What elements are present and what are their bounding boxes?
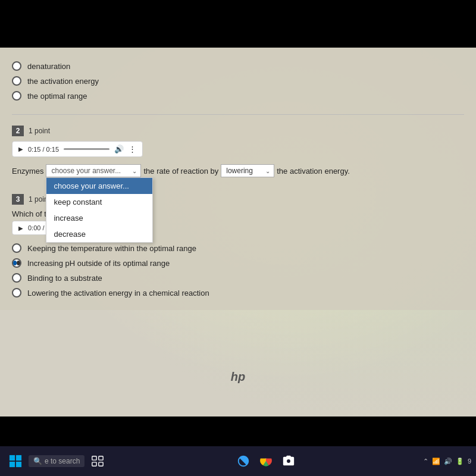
play-button-q2[interactable]: ▶ bbox=[18, 146, 23, 152]
svg-rect-0 bbox=[10, 455, 15, 461]
option-label-activation-energy: the activation energy bbox=[27, 77, 99, 86]
main-content: denaturation the activation energy the o… bbox=[0, 48, 476, 416]
volume-icon-q2[interactable]: 🔊 bbox=[114, 145, 124, 154]
play-button-q3[interactable]: ▶ bbox=[18, 225, 23, 231]
svg-rect-1 bbox=[16, 455, 21, 461]
dropdown2-selected-value: lowering bbox=[226, 167, 253, 175]
q3-option-label-1: Keeping the temperature within the optim… bbox=[27, 244, 196, 253]
video-time-q2: 0:15 / 0:15 bbox=[28, 146, 59, 153]
radio-optimal-range[interactable] bbox=[12, 91, 21, 101]
svg-rect-5 bbox=[99, 456, 103, 460]
radio-q3-opt1[interactable] bbox=[12, 243, 21, 253]
list-item[interactable]: Keeping the temperature within the optim… bbox=[12, 242, 464, 254]
svg-rect-4 bbox=[92, 456, 96, 460]
taskbar: 🔍 e to search bbox=[0, 446, 476, 476]
svg-rect-6 bbox=[92, 462, 96, 466]
dropdown1-selected-value: choose your answer... bbox=[51, 167, 121, 175]
dropdown1-wrapper: choose your answer... ⌄ choose your answ… bbox=[46, 164, 141, 177]
svg-rect-2 bbox=[10, 462, 15, 467]
question-2-block: 2 1 point ▶ 0:15 / 0:15 🔊 ⋮ Enzymes bbox=[12, 120, 464, 186]
radio-activation-energy[interactable] bbox=[12, 76, 21, 86]
dropdown1-menu: choose your answer... keep constant incr… bbox=[46, 177, 153, 243]
volume-icon[interactable]: 🔊 bbox=[444, 458, 452, 465]
dropdown1-trigger[interactable]: choose your answer... ⌄ bbox=[46, 164, 141, 177]
task-view-icon[interactable] bbox=[87, 450, 108, 472]
radio-q3-opt2[interactable] bbox=[12, 258, 21, 268]
chrome-icon[interactable] bbox=[255, 450, 277, 472]
taskbar-right: ⌃ 📶 🔊 🔋 9 bbox=[423, 458, 471, 465]
dropdown1-option-placeholder[interactable]: choose your answer... bbox=[46, 178, 152, 194]
sentence-row-q2: Enzymes choose your answer... ⌄ choose y… bbox=[12, 164, 464, 177]
bottom-black-bar bbox=[0, 416, 476, 434]
network-icon[interactable]: 📶 bbox=[432, 458, 440, 465]
taskbar-center bbox=[233, 450, 299, 472]
dropdown1-option-keep-constant[interactable]: keep constant bbox=[46, 194, 152, 210]
svg-rect-3 bbox=[16, 462, 21, 467]
q3-option-label-2: Increasing pH outside of its optimal ran… bbox=[27, 259, 170, 268]
list-item[interactable]: Binding to a substrate bbox=[12, 272, 464, 284]
battery-icon: 🔋 bbox=[456, 458, 464, 465]
dropdown1-chevron-icon: ⌄ bbox=[132, 168, 137, 174]
list-item[interactable]: the activation energy bbox=[12, 75, 464, 87]
dropdown2-chevron-icon: ⌄ bbox=[265, 168, 270, 174]
hp-logo: hp bbox=[231, 370, 245, 384]
q3-option-label-3: Binding to a substrate bbox=[27, 274, 102, 283]
question-2-number: 2 bbox=[12, 126, 24, 136]
search-text: e to search bbox=[45, 457, 80, 465]
list-item[interactable]: Increasing pH outside of its optimal ran… bbox=[12, 257, 464, 269]
sentence-middle: the rate of reaction by bbox=[143, 167, 218, 176]
radio-q3-opt4[interactable] bbox=[12, 288, 21, 298]
camera-icon[interactable] bbox=[278, 450, 299, 472]
question-3-number: 3 bbox=[12, 194, 24, 205]
radio-q3-opt3[interactable] bbox=[12, 273, 21, 283]
taskbar-left: 🔍 e to search bbox=[5, 450, 108, 472]
sentence-suffix: the activation energy. bbox=[277, 167, 350, 176]
edge-icon[interactable] bbox=[233, 450, 254, 472]
list-item[interactable]: denaturation bbox=[12, 60, 464, 72]
question-area: denaturation the activation energy the o… bbox=[0, 48, 476, 310]
radio-dot-q3-opt2 bbox=[13, 261, 17, 265]
dropdown2-wrapper: lowering ⌄ bbox=[221, 164, 274, 177]
dropdown1-option-decrease[interactable]: decrease bbox=[46, 226, 152, 242]
option-label-optimal-range: the optimal range bbox=[27, 92, 87, 101]
video-progress-q2[interactable] bbox=[64, 148, 109, 150]
system-tray-caret[interactable]: ⌃ bbox=[423, 458, 428, 465]
clock: 9 bbox=[468, 458, 471, 465]
search-bar[interactable]: 🔍 e to search bbox=[29, 455, 84, 467]
dropdown1-option-increase[interactable]: increase bbox=[46, 210, 152, 226]
more-options-icon-q2[interactable]: ⋮ bbox=[129, 145, 136, 154]
question-2-header: 2 1 point bbox=[12, 126, 464, 136]
windows-icon[interactable] bbox=[5, 450, 26, 472]
video-player-q2: ▶ 0:15 / 0:15 🔊 ⋮ bbox=[12, 141, 143, 157]
radio-denaturation[interactable] bbox=[12, 61, 21, 71]
question-2-points: 1 point bbox=[29, 127, 50, 135]
sentence-prefix: Enzymes bbox=[12, 167, 43, 176]
list-item[interactable]: Lowering the activation energy in a chem… bbox=[12, 287, 464, 299]
option-label-denaturation: denaturation bbox=[27, 62, 70, 71]
prev-question-tail: denaturation the activation energy the o… bbox=[12, 52, 464, 115]
q3-option-label-4: Lowering the activation energy in a chem… bbox=[27, 289, 209, 298]
list-item[interactable]: the optimal range bbox=[12, 90, 464, 102]
dropdown2-trigger[interactable]: lowering ⌄ bbox=[221, 164, 274, 177]
svg-rect-7 bbox=[99, 462, 103, 466]
search-icon: 🔍 bbox=[33, 457, 42, 465]
q3-options: Keeping the temperature within the optim… bbox=[12, 242, 464, 299]
top-black-bar bbox=[0, 0, 476, 48]
